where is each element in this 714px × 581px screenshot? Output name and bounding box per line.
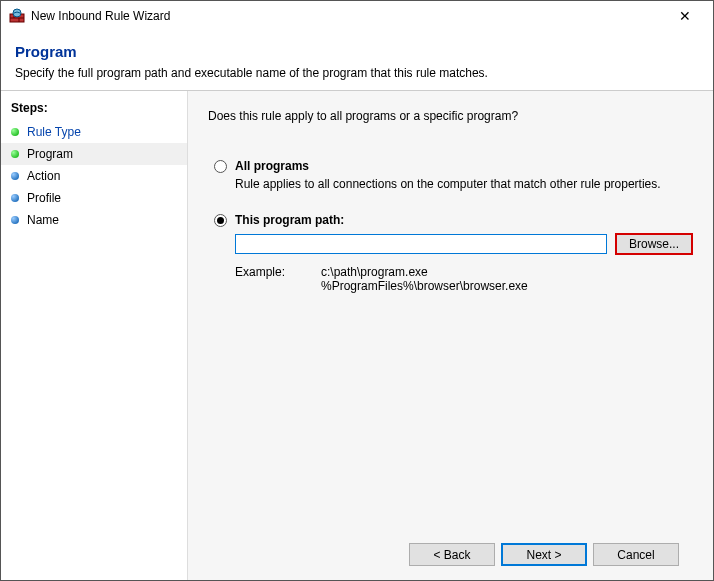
step-rule-type[interactable]: Rule Type bbox=[1, 121, 187, 143]
bullet-icon bbox=[11, 150, 19, 158]
close-icon: ✕ bbox=[679, 8, 691, 24]
step-label: Action bbox=[27, 169, 60, 183]
content-pane: Does this rule apply to all programs or … bbox=[187, 91, 713, 580]
step-label: Program bbox=[27, 147, 73, 161]
step-label: Profile bbox=[27, 191, 61, 205]
steps-label: Steps: bbox=[1, 97, 187, 121]
bullet-icon bbox=[11, 194, 19, 202]
body: Steps: Rule Type Program Action Profile … bbox=[1, 90, 713, 580]
wizard-window: New Inbound Rule Wizard ✕ Program Specif… bbox=[0, 0, 714, 581]
browse-button[interactable]: Browse... bbox=[615, 233, 693, 255]
next-button[interactable]: Next > bbox=[501, 543, 587, 566]
close-button[interactable]: ✕ bbox=[665, 2, 705, 30]
question-text: Does this rule apply to all programs or … bbox=[208, 109, 693, 123]
window-title: New Inbound Rule Wizard bbox=[31, 9, 665, 23]
page-subtitle: Specify the full program path and execut… bbox=[15, 66, 699, 80]
example-path-1: c:\path\program.exe bbox=[321, 265, 428, 279]
example-row: Example: c:\path\program.exe %ProgramFil… bbox=[235, 265, 693, 293]
option-label: This program path: bbox=[235, 213, 344, 227]
page-heading: Program bbox=[15, 43, 699, 60]
option-group: All programs Rule applies to all connect… bbox=[214, 159, 693, 293]
example-label: Example: bbox=[235, 265, 289, 293]
radio-icon bbox=[214, 214, 227, 227]
step-program[interactable]: Program bbox=[1, 143, 187, 165]
step-action[interactable]: Action bbox=[1, 165, 187, 187]
bullet-icon bbox=[11, 128, 19, 136]
option-desc: Rule applies to all connections on the c… bbox=[235, 177, 693, 191]
footer-buttons: < Back Next > Cancel bbox=[208, 529, 693, 580]
example-paths: c:\path\program.exe %ProgramFiles%\brows… bbox=[321, 265, 528, 293]
option-all-programs[interactable]: All programs bbox=[214, 159, 693, 173]
titlebar: New Inbound Rule Wizard ✕ bbox=[1, 1, 713, 31]
step-label: Name bbox=[27, 213, 59, 227]
step-profile[interactable]: Profile bbox=[1, 187, 187, 209]
step-name[interactable]: Name bbox=[1, 209, 187, 231]
steps-sidebar: Steps: Rule Type Program Action Profile … bbox=[1, 91, 187, 580]
firewall-icon bbox=[9, 8, 25, 24]
program-path-input[interactable] bbox=[235, 234, 607, 254]
step-label: Rule Type bbox=[27, 125, 81, 139]
radio-icon bbox=[214, 160, 227, 173]
program-path-row: Browse... bbox=[235, 233, 693, 255]
bullet-icon bbox=[11, 216, 19, 224]
option-program-path[interactable]: This program path: bbox=[214, 213, 693, 227]
bullet-icon bbox=[11, 172, 19, 180]
cancel-button[interactable]: Cancel bbox=[593, 543, 679, 566]
example-path-2: %ProgramFiles%\browser\browser.exe bbox=[321, 279, 528, 293]
back-button[interactable]: < Back bbox=[409, 543, 495, 566]
option-label: All programs bbox=[235, 159, 309, 173]
header: Program Specify the full program path an… bbox=[1, 31, 713, 90]
